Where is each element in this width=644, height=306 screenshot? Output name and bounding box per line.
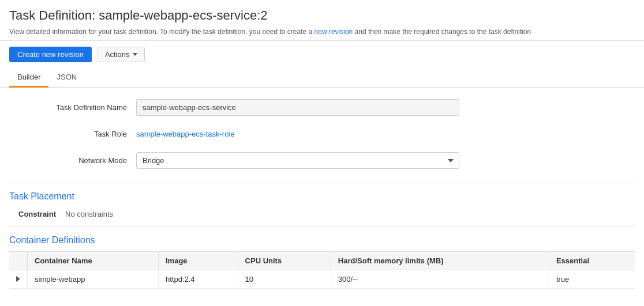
network-mode-value: Bridge Host None awsvpc (136, 152, 635, 169)
row-cpu-units: 10 (238, 270, 331, 289)
task-definition-name-value (136, 99, 635, 116)
row-container-name: simple-webapp (28, 270, 159, 289)
new-revision-link[interactable]: new revision (314, 28, 353, 36)
container-definitions-title: Container Definitions (9, 235, 635, 245)
col-expand (9, 252, 28, 270)
row-memory-limits: 300/-- (331, 270, 549, 289)
task-role-row: Task Role sample-webapp-ecs-task-role (9, 130, 635, 138)
page-subtitle: View detailed information for your task … (9, 27, 635, 37)
col-cpu-units: CPU Units (238, 252, 331, 270)
table-row: simple-webapp httpd:2.4 10 300/-- true (9, 270, 635, 289)
page-title: Task Definition: sample-webapp-ecs-servi… (9, 8, 635, 23)
task-role-link[interactable]: sample-webapp-ecs-task-role (136, 130, 235, 138)
task-definition-name-input[interactable] (136, 99, 459, 116)
constraint-label: Constraint (18, 210, 56, 218)
container-definitions-section: Container Definitions Container Name Ima… (9, 235, 635, 289)
network-mode-select[interactable]: Bridge Host None awsvpc (136, 152, 459, 169)
col-essential: Essential (549, 252, 635, 270)
actions-caret-icon (133, 53, 137, 56)
network-mode-select-wrapper: Bridge Host None awsvpc (136, 152, 459, 169)
container-table: Container Name Image CPU Units Hard/Soft… (9, 251, 635, 289)
task-definition-name-row: Task Definition Name (9, 99, 635, 116)
main-content: Task Definition Name Task Role sample-we… (0, 88, 644, 300)
expand-icon[interactable] (16, 276, 20, 282)
network-mode-label: Network Mode (9, 156, 136, 165)
col-container-name: Container Name (28, 252, 159, 270)
task-role-label: Task Role (9, 130, 136, 138)
col-image: Image (158, 252, 238, 270)
task-definition-name-label: Task Definition Name (9, 103, 136, 112)
container-defs-divider (9, 226, 635, 227)
task-role-value: sample-webapp-ecs-task-role (136, 130, 635, 138)
constraint-value: No constraints (65, 210, 113, 218)
task-placement-divider (9, 183, 635, 183)
toolbar: Create new revision Actions (0, 41, 644, 68)
row-image: httpd:2.4 (158, 270, 238, 289)
table-header-row: Container Name Image CPU Units Hard/Soft… (9, 252, 635, 270)
row-expand-cell[interactable] (9, 270, 28, 289)
tab-builder[interactable]: Builder (9, 68, 48, 88)
row-essential: true (549, 270, 635, 289)
create-new-revision-button[interactable]: Create new revision (9, 47, 92, 62)
task-placement-title: Task Placement (9, 191, 635, 202)
tabs-container: Builder JSON (0, 68, 644, 88)
tab-json[interactable]: JSON (48, 68, 85, 88)
network-mode-row: Network Mode Bridge Host None awsvpc (9, 152, 635, 169)
col-memory-limits: Hard/Soft memory limits (MB) (331, 252, 549, 270)
actions-button[interactable]: Actions (98, 47, 145, 62)
constraint-row: Constraint No constraints (9, 207, 635, 221)
page-header: Task Definition: sample-webapp-ecs-servi… (0, 0, 644, 88)
